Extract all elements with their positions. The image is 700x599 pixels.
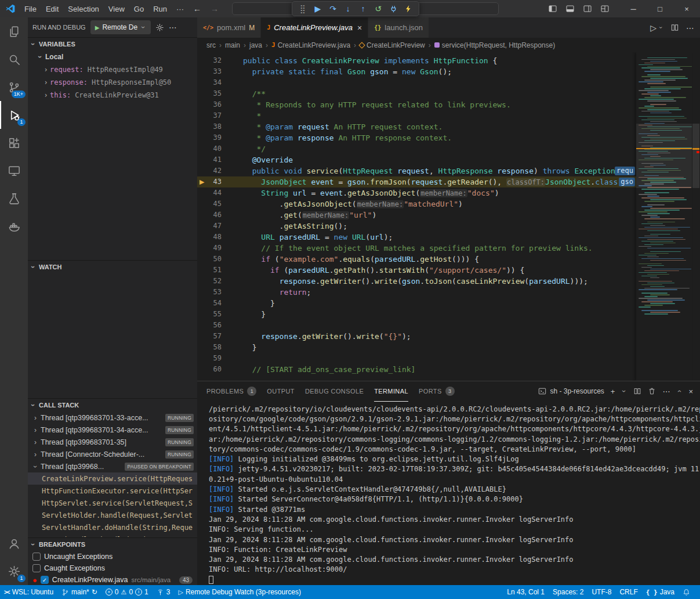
close-button[interactable]: ×	[673, 0, 700, 17]
line-number[interactable]: 58	[197, 342, 222, 353]
code-line-59[interactable]: 59	[197, 353, 636, 364]
start-debugging-icon[interactable]: ▶	[95, 24, 100, 31]
panel-tab-output[interactable]: OUTPUT	[267, 381, 295, 402]
toggle-panel-button[interactable]	[565, 4, 575, 13]
panel-more-icon[interactable]: ⋯	[662, 387, 670, 396]
menu-selection[interactable]: Selection	[63, 5, 103, 13]
hot-code-replace-button[interactable]	[401, 2, 415, 15]
activity-settings[interactable]: 1	[0, 557, 28, 585]
terminal-instance[interactable]: sh - 3p-resources	[538, 387, 604, 395]
minimap-slider[interactable]	[636, 124, 692, 188]
code-line-51[interactable]: 51 if (parsedURL.getPath().startsWith("/…	[197, 265, 636, 276]
panel-tab-debug-console[interactable]: DEBUG CONSOLE	[305, 381, 364, 402]
activity-source-control[interactable]: 1K+	[0, 73, 28, 101]
code-line-55[interactable]: 55 }	[197, 309, 636, 320]
menu-more[interactable]: ···	[172, 5, 188, 13]
breadcrumb-item[interactable]: main	[225, 41, 240, 49]
breadcrumb-item[interactable]: JCreateLinkPreview.java	[271, 41, 350, 49]
kill-terminal-button[interactable]	[648, 387, 656, 395]
code-line-60[interactable]: 60 // [START add_ons_case_preview_link]	[197, 364, 636, 375]
line-number[interactable]: 33	[197, 66, 222, 77]
breakpoint-checkbox[interactable]	[32, 553, 41, 561]
variable-row[interactable]: ›response:HttpResponseImpl@50	[28, 76, 197, 89]
line-number[interactable]: 57	[197, 331, 222, 342]
variables-header[interactable]: › VARIABLES	[28, 38, 197, 50]
activity-extensions[interactable]	[0, 129, 28, 157]
line-number[interactable]: 55	[197, 309, 222, 320]
code-line-47[interactable]: 47 .getAsString();	[197, 221, 636, 232]
close-panel-icon[interactable]: ×	[688, 387, 693, 396]
line-number[interactable]: 39	[197, 132, 222, 143]
activity-explorer[interactable]	[0, 17, 28, 45]
sync-icon[interactable]: ↻	[92, 588, 97, 596]
line-number[interactable]: 38	[197, 121, 222, 132]
new-terminal-button[interactable]: +	[611, 387, 615, 396]
code-line-35[interactable]: 35 /**	[197, 88, 636, 99]
line-number[interactable]: 52	[197, 276, 222, 287]
code-line-48[interactable]: 48 URL parsedURL = new URL(url);	[197, 232, 636, 243]
menu-run[interactable]: Run	[148, 5, 172, 13]
close-tab-icon[interactable]: ×	[357, 23, 362, 33]
breakpoints-header[interactable]: › BREAKPOINTS	[28, 538, 197, 551]
breakpoint-row[interactable]: Caught Exceptions	[28, 562, 197, 574]
step-out-button[interactable]: ↑	[356, 2, 370, 15]
code-line-32[interactable]: 32public class CreateLinkPreview impleme…	[197, 55, 636, 66]
editor-more-icon[interactable]: ⋯	[686, 23, 694, 33]
stack-frame[interactable]: ScopedHandler.handle(String,Request,	[28, 533, 197, 537]
code-line-49[interactable]: 49 // If the event object URL matches a …	[197, 243, 636, 254]
ports-indicator[interactable]: 3	[153, 585, 175, 599]
toggle-secondary-sidebar-button[interactable]	[583, 4, 592, 13]
step-into-button[interactable]: ↓	[341, 2, 355, 15]
code-line-34[interactable]: 34	[197, 77, 636, 88]
code-line-45[interactable]: 45 .getAsJsonObject(memberName:"matchedU…	[197, 199, 636, 210]
callstack-thread[interactable]: ›Thread [qtp399683701-34-acce...RUNNING	[28, 424, 197, 436]
line-number[interactable]: 53	[197, 287, 222, 298]
stack-frame[interactable]: ServletHolder.handle(Request,Servlet	[28, 509, 197, 521]
breadcrumb-item[interactable]: CreateLinkPreview	[360, 41, 425, 49]
panel-tab-problems[interactable]: PROBLEMS1	[206, 381, 256, 402]
continue-button[interactable]: ▶	[311, 2, 325, 15]
terminal-output[interactable]: /pierrick/.m2/repository/io/cloudevents/…	[197, 402, 700, 585]
stack-frame[interactable]: ServletHandler.doHandle(String,Reque	[28, 521, 197, 533]
watch-header[interactable]: › WATCH	[28, 261, 197, 273]
maximize-button[interactable]: □	[647, 0, 673, 17]
encoding[interactable]: UTF-8	[587, 585, 615, 599]
run-java-button[interactable]: ▷›	[650, 23, 663, 33]
split-terminal-button[interactable]	[633, 387, 641, 395]
disconnect-button[interactable]	[386, 2, 400, 15]
breakpoint-checkbox[interactable]	[32, 564, 41, 572]
overview-ruler[interactable]	[692, 52, 700, 381]
code-line-52[interactable]: 52 response.getWriter().write(gson.toJso…	[197, 276, 636, 287]
sidebar-more-icon[interactable]: ⋯	[169, 23, 177, 32]
cursor-position[interactable]: Ln 43, Col 1	[503, 585, 549, 599]
variable-row[interactable]: ›this:CreateLinkPreview@31	[28, 89, 197, 102]
line-number[interactable]: 42	[197, 165, 222, 176]
breadcrumb-item[interactable]: java	[249, 41, 262, 49]
panel-tab-terminal[interactable]: TERMINAL	[374, 381, 408, 402]
line-number[interactable]: 41	[197, 154, 222, 165]
activity-accounts[interactable]	[0, 529, 28, 557]
code-line-58[interactable]: 58 }	[197, 342, 636, 353]
line-number[interactable]: 50	[197, 254, 222, 265]
variables-scope[interactable]: ›Local	[28, 50, 197, 63]
remote-indicator[interactable]: >< WSL: Ubuntu	[0, 585, 57, 599]
stack-frame[interactable]: HttpFunctionExecutor.service(HttpSer	[28, 485, 197, 497]
callstack-thread[interactable]: ›Thread [qtp399683701-35]RUNNING	[28, 436, 197, 448]
step-over-button[interactable]: ↷	[326, 2, 340, 15]
nav-back-icon[interactable]: ←	[193, 4, 201, 13]
line-number[interactable]: 59	[197, 353, 222, 364]
line-number[interactable]: 51	[197, 265, 222, 276]
code-line-56[interactable]: 56	[197, 320, 636, 331]
callstack-thread[interactable]: ›Thread [Connector-Scheduler-...RUNNING	[28, 448, 197, 460]
debug-launch-select[interactable]: ▶ Remote De ›	[90, 20, 151, 34]
code-line-53[interactable]: 53 return;	[197, 287, 636, 298]
debug-gear-icon[interactable]	[155, 23, 164, 32]
branch-indicator[interactable]: main* ↻	[57, 585, 101, 599]
code-line-39[interactable]: 39 * @param response An HTTP response co…	[197, 132, 636, 143]
breadcrumb-item[interactable]: service(HttpRequest, HttpResponse)	[434, 41, 555, 49]
tab-launch.json[interactable]: {}launch.json	[368, 17, 429, 38]
line-number[interactable]: 60	[197, 364, 222, 375]
line-number[interactable]: 47	[197, 221, 222, 232]
scrollbar-thumb[interactable]	[692, 124, 699, 188]
menu-edit[interactable]: Edit	[41, 5, 63, 13]
